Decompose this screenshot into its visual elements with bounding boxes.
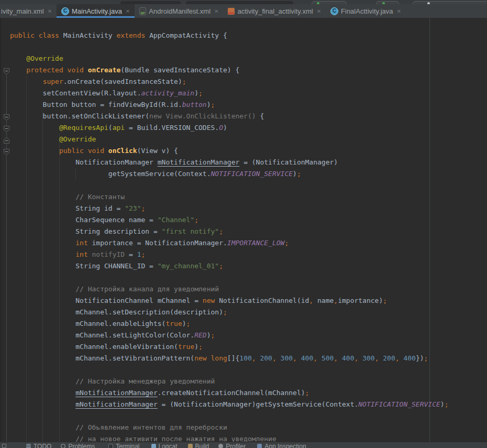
- tool-window-label: Build: [195, 443, 209, 448]
- code-line: // Обьявление интентов для переброски: [10, 422, 487, 433]
- code-line: super.onCreate(savedInstanceState);: [10, 76, 487, 88]
- code-line: String id = "23";: [10, 203, 487, 214]
- tool-window-button-build[interactable]: Build: [188, 443, 209, 448]
- layout-xml-icon: [228, 8, 235, 15]
- todo-icon: [26, 444, 31, 448]
- code-line: mChannel.enableLights(true);: [10, 318, 487, 330]
- fold-collapse-icon[interactable]: [4, 148, 9, 157]
- code-line: // Константы: [10, 191, 487, 203]
- code-line: mChannel.setDescription(description);: [10, 307, 487, 318]
- tool-window-label: App Inspection: [264, 443, 306, 448]
- java-class-icon: C: [61, 7, 69, 15]
- code-line: // Настройка менеджера уведомлений: [10, 376, 487, 387]
- code-line: getSystemService(Context.NOTIFICATION_SE…: [10, 168, 487, 180]
- tab-FinalActtivity.java[interactable]: CFinalActtivity.java✕: [326, 4, 406, 18]
- fold-end-icon[interactable]: [4, 136, 9, 146]
- code-line: mNotificationManager = (NotificationMana…: [10, 399, 487, 410]
- code-line: Button button = findViewById(R.id.button…: [10, 99, 487, 111]
- manifest-file-icon: MF: [139, 7, 146, 15]
- build-icon: [188, 444, 193, 448]
- code-line: mNotificationManager.createNotificationC…: [10, 387, 487, 399]
- tool-window-label: Profiler: [226, 443, 246, 448]
- code-line: public class MainActivity extends AppCom…: [10, 30, 487, 41]
- tab-label: FinalActtivity.java: [341, 7, 393, 15]
- code-line: [10, 272, 487, 283]
- app-inspection-icon: [257, 444, 262, 448]
- code-line: // на новое активити после нажатия на ув…: [10, 433, 487, 442]
- fold-collapse-icon[interactable]: [4, 113, 9, 123]
- tool-window-button-todo[interactable]: TODO: [26, 443, 51, 448]
- code-line: int importance = NotificationManager.IMP…: [10, 237, 487, 249]
- code-line: button.setOnClickListener(new View.OnCli…: [10, 111, 487, 122]
- tool-window-label: Terminal: [116, 443, 139, 448]
- code-editor[interactable]: public class MainActivity extends AppCom…: [0, 18, 487, 442]
- editor-tab-bar: ivity_main.xml✕CMainActivity.java✕MFAndr…: [0, 4, 487, 18]
- fold-collapse-icon[interactable]: [4, 67, 9, 77]
- code-line: String CHANNEL_ID = "my_channel_01";: [10, 260, 487, 272]
- terminal-icon: [108, 444, 113, 448]
- code-line: public void onClick(View v) {: [10, 145, 487, 157]
- tool-window-label: TODO: [34, 443, 51, 448]
- code-line: @Override: [10, 134, 487, 145]
- ide-window: ivity_main.xml✕CMainActivity.java✕MFAndr…: [0, 0, 487, 448]
- top-toolbar: [0, 0, 487, 4]
- code-line: // Настройка канала для уведомлений: [10, 283, 487, 295]
- fold-collapse-icon[interactable]: [4, 125, 9, 134]
- tab-label: MainActivity.java: [72, 7, 122, 15]
- close-icon[interactable]: ✕: [48, 8, 52, 14]
- close-icon[interactable]: ✕: [126, 8, 130, 14]
- problems-icon: [61, 444, 65, 448]
- close-icon[interactable]: ✕: [397, 8, 401, 14]
- code-line: [10, 410, 487, 422]
- tab-label: ivity_main.xml: [1, 7, 44, 15]
- tool-window-button-profiler[interactable]: Profiler: [218, 443, 246, 448]
- tool-window-label: Logcat: [159, 443, 178, 448]
- code-line: NotificationChannel mChannel = new Notif…: [10, 295, 487, 307]
- tab-activity_final_acttivity.xml[interactable]: activity_final_acttivity.xml✕: [223, 4, 326, 18]
- code-line: String description = "first notify";: [10, 226, 487, 237]
- code-line: setContentView(R.layout.activity_main);: [10, 88, 487, 99]
- java-class-icon: C: [330, 7, 338, 15]
- profiler-icon: [218, 444, 223, 448]
- tool-window-bar: TODOProblemsTerminalLogcatBuildProfilerA…: [0, 442, 487, 448]
- logcat-icon: [151, 444, 156, 448]
- close-icon[interactable]: ✕: [317, 8, 321, 14]
- toolbar-dot-icon[interactable]: [427, 2, 430, 4]
- code-area[interactable]: public class MainActivity extends AppCom…: [0, 18, 487, 442]
- close-icon[interactable]: ✕: [214, 8, 218, 14]
- tab-label: activity_final_acttivity.xml: [237, 7, 313, 15]
- code-line: mChannel.setVibrationPattern(new long[]{…: [10, 353, 487, 364]
- device-widget[interactable]: [413, 1, 487, 4]
- code-line: [10, 41, 487, 53]
- code-line: mChannel.setLightColor(Color.RED);: [10, 330, 487, 341]
- code-line: @Override: [10, 53, 487, 64]
- tool-window-button-app-inspection[interactable]: App Inspection: [257, 443, 306, 448]
- code-line: protected void onCreate(Bundle savedInst…: [10, 64, 487, 76]
- code-line: mChannel.enableVibration(true);: [10, 341, 487, 353]
- code-line: [10, 364, 487, 376]
- tab-AndroidManifest.xml[interactable]: MFAndroidManifest.xml✕: [135, 4, 223, 18]
- code-line: NotificationManager mNotificationManager…: [10, 157, 487, 168]
- tab-ivity_main.xml[interactable]: ivity_main.xml✕: [0, 4, 57, 18]
- code-line: CharSequence name = "Channel";: [10, 214, 487, 226]
- tab-label: AndroidManifest.xml: [149, 7, 211, 15]
- code-line: @RequiresApi(api = Build.VERSION_CODES.O…: [10, 122, 487, 134]
- tool-window-button-terminal[interactable]: Terminal: [108, 443, 139, 448]
- tool-window-icon[interactable]: [2, 444, 6, 448]
- tool-window-button-problems[interactable]: Problems: [61, 443, 95, 448]
- tool-window-label: Problems: [68, 443, 95, 448]
- code-line: [10, 180, 487, 191]
- tab-MainActivity.java[interactable]: CMainActivity.java✕: [57, 4, 135, 18]
- tool-window-button-logcat[interactable]: Logcat: [151, 443, 178, 448]
- code-line: int notifyID = 1;: [10, 249, 487, 260]
